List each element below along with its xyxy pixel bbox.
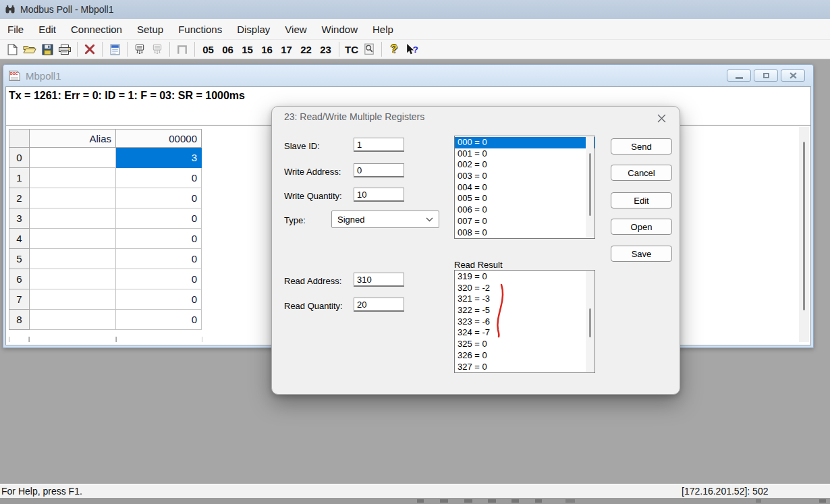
value-cell[interactable]: 0 [116, 289, 202, 310]
function-code-button[interactable]: 05 [198, 40, 218, 58]
list-item[interactable]: 327 = 0 [455, 362, 594, 373]
new-file-button[interactable] [3, 40, 21, 58]
alias-cell[interactable] [30, 289, 116, 310]
function-code-button[interactable]: 15 [238, 40, 257, 58]
value-cell[interactable]: 0 [116, 229, 202, 249]
list-item[interactable]: 004 = 0 [455, 182, 594, 194]
write-registers-listbox[interactable]: 000 = 0001 = 0002 = 0003 = 0004 = 0005 =… [454, 136, 595, 239]
list-item[interactable]: 324 = -7 [455, 327, 594, 339]
value-cell[interactable]: 0 [116, 188, 202, 208]
type-label: Type: [284, 215, 306, 225]
value-cell[interactable]: 0 [116, 310, 202, 330]
slave-id-field[interactable] [354, 138, 404, 152]
send-button[interactable]: Send [611, 138, 672, 155]
cancel-button[interactable]: Cancel [611, 165, 672, 181]
value-cell[interactable]: 0 [116, 208, 202, 229]
alias-cell[interactable] [30, 208, 116, 229]
open-file-button[interactable] [21, 40, 38, 58]
list-item[interactable]: 321 = -3 [455, 293, 594, 305]
open-button[interactable]: Open [611, 219, 672, 235]
menu-item[interactable]: File [0, 19, 31, 39]
list-item[interactable]: 002 = 0 [455, 159, 594, 171]
scrollbar-thumb[interactable] [803, 142, 805, 310]
print-button[interactable] [56, 40, 74, 58]
read-address-field[interactable] [354, 273, 404, 287]
test-center-button-disabled[interactable] [148, 40, 166, 58]
test-center-tc-button[interactable]: TC [343, 40, 360, 58]
menu-item[interactable]: View [277, 19, 314, 39]
list-item[interactable]: 007 = 0 [455, 216, 594, 227]
restore-button[interactable] [754, 69, 778, 82]
row-number-cell[interactable]: 4 [9, 229, 30, 249]
read-result-listbox[interactable]: 319 = 0320 = -2321 = -3322 = -5323 = -63… [454, 270, 595, 373]
list-item[interactable]: 003 = 0 [455, 171, 594, 182]
function-code-button[interactable]: 22 [296, 40, 316, 58]
communication-log-button[interactable] [360, 40, 378, 58]
list-item[interactable]: 325 = 0 [455, 339, 594, 350]
listbox-scrollbar[interactable] [586, 271, 594, 372]
menu-item[interactable]: Edit [31, 19, 63, 39]
list-item[interactable]: 008 = 0 [455, 227, 594, 239]
list-item[interactable]: 326 = 0 [455, 350, 594, 362]
minimize-button[interactable] [727, 69, 751, 82]
menu-item[interactable]: Setup [130, 19, 171, 39]
function-code-button[interactable]: 16 [257, 40, 277, 58]
menu-item[interactable]: Display [229, 19, 277, 39]
alias-cell[interactable] [30, 188, 116, 208]
function-code-button[interactable]: 17 [277, 40, 296, 58]
alias-cell[interactable] [30, 168, 116, 188]
alias-cell[interactable] [30, 269, 116, 289]
close-child-button[interactable] [781, 69, 805, 82]
communication-traffic-button[interactable] [131, 40, 148, 58]
list-item[interactable]: 000 = 0 [455, 137, 594, 148]
function-code-button[interactable]: 23 [316, 40, 335, 58]
disconnect-button[interactable] [81, 40, 99, 58]
window-titlebar[interactable]: Modbus Poll - Mbpoll1 [0, 0, 830, 19]
menu-item[interactable]: Connection [63, 19, 130, 39]
value-cell[interactable]: 0 [116, 168, 202, 188]
write-quantity-field[interactable] [354, 188, 404, 202]
alias-cell[interactable] [30, 249, 116, 269]
read-quantity-field[interactable] [354, 298, 404, 312]
list-item[interactable]: 323 = -6 [455, 316, 594, 328]
display-setup-button[interactable] [106, 40, 123, 58]
list-item[interactable]: 001 = 0 [455, 148, 594, 160]
listbox-scrollbar[interactable] [586, 137, 594, 237]
single-poll-button-disabled[interactable] [173, 40, 191, 58]
value-cell[interactable]: 3 [116, 148, 202, 168]
vertical-scrollbar[interactable] [799, 127, 809, 342]
dialog-close-button[interactable] [654, 111, 669, 125]
alias-cell[interactable] [30, 310, 116, 330]
about-help-button[interactable]: ? [385, 40, 403, 58]
value-cell[interactable]: 0 [116, 249, 202, 269]
scrollbar-thumb[interactable] [589, 153, 591, 216]
save-button[interactable]: Save [611, 246, 672, 262]
row-number-cell[interactable]: 3 [9, 208, 30, 229]
function-code-button[interactable]: 06 [218, 40, 238, 58]
write-address-field[interactable] [354, 163, 404, 177]
menu-item[interactable]: Functions [171, 19, 229, 39]
save-button[interactable] [38, 40, 56, 58]
alias-cell[interactable] [30, 229, 116, 249]
value-cell[interactable]: 0 [116, 269, 202, 289]
row-number-cell[interactable]: 5 [9, 249, 30, 269]
alias-cell[interactable] [30, 148, 116, 168]
menu-item[interactable]: Window [314, 19, 365, 39]
menu-item[interactable]: Help [365, 19, 401, 39]
list-item[interactable]: 005 = 0 [455, 193, 594, 204]
row-number-cell[interactable]: 2 [9, 188, 30, 208]
row-number-cell[interactable]: 0 [9, 148, 30, 168]
mbpoll1-titlebar[interactable]: DOC Mbpoll1 [3, 65, 813, 86]
row-number-cell[interactable]: 1 [9, 168, 30, 188]
list-item[interactable]: 006 = 0 [455, 204, 594, 216]
row-number-cell[interactable]: 8 [9, 310, 30, 330]
row-number-cell[interactable]: 7 [9, 289, 30, 310]
list-item[interactable]: 319 = 0 [455, 271, 594, 283]
type-select[interactable]: Signed [331, 211, 439, 228]
scrollbar-thumb[interactable] [589, 308, 591, 337]
context-help-button[interactable]: ? [403, 40, 420, 58]
row-number-cell[interactable]: 6 [9, 269, 30, 289]
list-item[interactable]: 322 = -5 [455, 305, 594, 316]
list-item[interactable]: 320 = -2 [455, 283, 594, 294]
edit-button[interactable]: Edit [611, 192, 672, 208]
